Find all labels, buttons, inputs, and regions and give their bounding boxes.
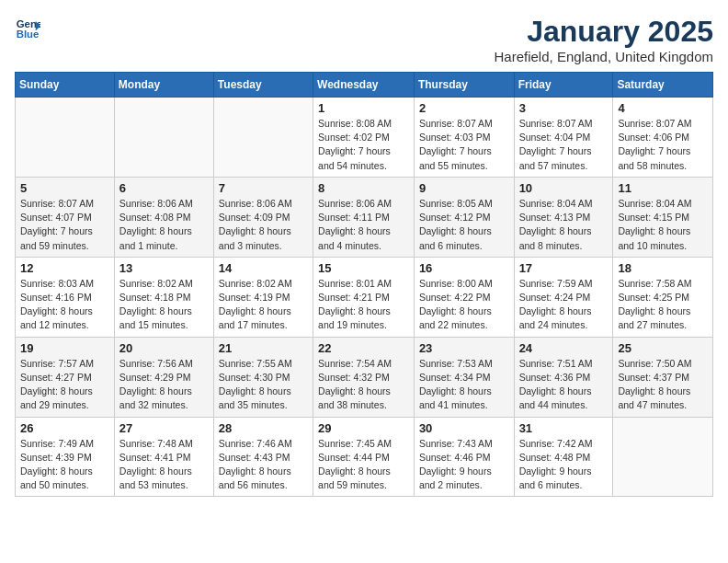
calendar-cell: 18Sunrise: 7:58 AM Sunset: 4:25 PM Dayli… bbox=[613, 257, 713, 337]
calendar-cell: 2Sunrise: 8:07 AM Sunset: 4:03 PM Daylig… bbox=[414, 98, 514, 178]
day-info: Sunrise: 8:05 AM Sunset: 4:12 PM Dayligh… bbox=[419, 197, 509, 253]
day-info: Sunrise: 8:08 AM Sunset: 4:02 PM Dayligh… bbox=[318, 117, 409, 173]
day-number: 5 bbox=[20, 181, 109, 195]
calendar-cell: 25Sunrise: 7:50 AM Sunset: 4:37 PM Dayli… bbox=[613, 337, 713, 417]
weekday-label: Wednesday bbox=[313, 73, 415, 98]
calendar-cell: 24Sunrise: 7:51 AM Sunset: 4:36 PM Dayli… bbox=[514, 337, 613, 417]
day-number: 17 bbox=[519, 261, 609, 275]
day-number: 10 bbox=[519, 181, 609, 195]
day-number: 19 bbox=[20, 341, 109, 355]
calendar-cell: 27Sunrise: 7:48 AM Sunset: 4:41 PM Dayli… bbox=[114, 417, 213, 497]
calendar-table: SundayMondayTuesdayWednesdayThursdayFrid… bbox=[15, 72, 713, 497]
day-number: 25 bbox=[618, 341, 708, 355]
calendar-cell: 12Sunrise: 8:03 AM Sunset: 4:16 PM Dayli… bbox=[16, 257, 115, 337]
calendar-cell: 4Sunrise: 8:07 AM Sunset: 4:06 PM Daylig… bbox=[613, 98, 713, 178]
weekday-label: Thursday bbox=[414, 73, 514, 98]
page-header: General Blue January 2025 Harefield, Eng… bbox=[15, 15, 713, 64]
weekday-header-row: SundayMondayTuesdayWednesdayThursdayFrid… bbox=[16, 73, 713, 98]
calendar-cell bbox=[114, 98, 213, 178]
calendar-week-row: 19Sunrise: 7:57 AM Sunset: 4:27 PM Dayli… bbox=[16, 337, 713, 417]
weekday-label: Sunday bbox=[16, 73, 115, 98]
day-info: Sunrise: 7:46 AM Sunset: 4:43 PM Dayligh… bbox=[219, 437, 308, 493]
calendar-cell: 8Sunrise: 8:06 AM Sunset: 4:11 PM Daylig… bbox=[313, 177, 415, 257]
day-info: Sunrise: 7:42 AM Sunset: 4:48 PM Dayligh… bbox=[519, 437, 609, 493]
calendar-week-row: 26Sunrise: 7:49 AM Sunset: 4:39 PM Dayli… bbox=[16, 417, 713, 497]
day-number: 7 bbox=[219, 181, 308, 195]
day-number: 9 bbox=[419, 181, 509, 195]
calendar-cell: 1Sunrise: 8:08 AM Sunset: 4:02 PM Daylig… bbox=[313, 98, 415, 178]
calendar-cell: 14Sunrise: 8:02 AM Sunset: 4:19 PM Dayli… bbox=[213, 257, 313, 337]
calendar-cell: 10Sunrise: 8:04 AM Sunset: 4:13 PM Dayli… bbox=[514, 177, 613, 257]
title-area: January 2025 Harefield, England, United … bbox=[495, 15, 713, 64]
day-number: 29 bbox=[318, 421, 409, 435]
day-number: 8 bbox=[318, 181, 409, 195]
day-info: Sunrise: 8:06 AM Sunset: 4:09 PM Dayligh… bbox=[219, 197, 308, 253]
day-number: 23 bbox=[419, 341, 509, 355]
calendar-week-row: 12Sunrise: 8:03 AM Sunset: 4:16 PM Dayli… bbox=[16, 257, 713, 337]
day-number: 31 bbox=[519, 421, 609, 435]
day-number: 21 bbox=[219, 341, 308, 355]
day-info: Sunrise: 8:04 AM Sunset: 4:13 PM Dayligh… bbox=[519, 197, 609, 253]
day-info: Sunrise: 7:58 AM Sunset: 4:25 PM Dayligh… bbox=[618, 277, 708, 333]
day-info: Sunrise: 7:48 AM Sunset: 4:41 PM Dayligh… bbox=[119, 437, 209, 493]
day-info: Sunrise: 8:07 AM Sunset: 4:03 PM Dayligh… bbox=[419, 117, 509, 173]
day-info: Sunrise: 7:59 AM Sunset: 4:24 PM Dayligh… bbox=[519, 277, 609, 333]
location: Harefield, England, United Kingdom bbox=[495, 49, 713, 64]
logo: General Blue bbox=[15, 15, 40, 40]
calendar-cell: 5Sunrise: 8:07 AM Sunset: 4:07 PM Daylig… bbox=[16, 177, 115, 257]
calendar-cell: 22Sunrise: 7:54 AM Sunset: 4:32 PM Dayli… bbox=[313, 337, 415, 417]
day-number: 11 bbox=[618, 181, 708, 195]
day-number: 14 bbox=[219, 261, 308, 275]
day-number: 12 bbox=[20, 261, 109, 275]
day-number: 3 bbox=[519, 101, 609, 115]
weekday-label: Saturday bbox=[613, 73, 713, 98]
month-title: January 2025 bbox=[495, 15, 713, 49]
calendar-cell: 21Sunrise: 7:55 AM Sunset: 4:30 PM Dayli… bbox=[213, 337, 313, 417]
day-info: Sunrise: 7:57 AM Sunset: 4:27 PM Dayligh… bbox=[20, 357, 109, 413]
weekday-label: Monday bbox=[114, 73, 213, 98]
day-number: 30 bbox=[419, 421, 509, 435]
calendar-cell: 31Sunrise: 7:42 AM Sunset: 4:48 PM Dayli… bbox=[514, 417, 613, 497]
day-number: 18 bbox=[618, 261, 708, 275]
calendar-cell bbox=[213, 98, 313, 178]
day-info: Sunrise: 7:53 AM Sunset: 4:34 PM Dayligh… bbox=[419, 357, 509, 413]
calendar-week-row: 1Sunrise: 8:08 AM Sunset: 4:02 PM Daylig… bbox=[16, 98, 713, 178]
day-info: Sunrise: 7:56 AM Sunset: 4:29 PM Dayligh… bbox=[119, 357, 209, 413]
day-info: Sunrise: 8:03 AM Sunset: 4:16 PM Dayligh… bbox=[20, 277, 109, 333]
calendar-week-row: 5Sunrise: 8:07 AM Sunset: 4:07 PM Daylig… bbox=[16, 177, 713, 257]
day-info: Sunrise: 8:06 AM Sunset: 4:08 PM Dayligh… bbox=[119, 197, 209, 253]
day-info: Sunrise: 8:01 AM Sunset: 4:21 PM Dayligh… bbox=[318, 277, 409, 333]
day-info: Sunrise: 7:43 AM Sunset: 4:46 PM Dayligh… bbox=[419, 437, 509, 493]
day-number: 22 bbox=[318, 341, 409, 355]
calendar-cell: 13Sunrise: 8:02 AM Sunset: 4:18 PM Dayli… bbox=[114, 257, 213, 337]
calendar-cell: 16Sunrise: 8:00 AM Sunset: 4:22 PM Dayli… bbox=[414, 257, 514, 337]
day-info: Sunrise: 8:07 AM Sunset: 4:07 PM Dayligh… bbox=[20, 197, 109, 253]
day-number: 13 bbox=[119, 261, 209, 275]
calendar-cell: 29Sunrise: 7:45 AM Sunset: 4:44 PM Dayli… bbox=[313, 417, 415, 497]
day-info: Sunrise: 8:06 AM Sunset: 4:11 PM Dayligh… bbox=[318, 197, 409, 253]
day-info: Sunrise: 7:55 AM Sunset: 4:30 PM Dayligh… bbox=[219, 357, 308, 413]
day-number: 27 bbox=[119, 421, 209, 435]
day-info: Sunrise: 8:07 AM Sunset: 4:04 PM Dayligh… bbox=[519, 117, 609, 173]
day-number: 6 bbox=[119, 181, 209, 195]
day-info: Sunrise: 8:07 AM Sunset: 4:06 PM Dayligh… bbox=[618, 117, 708, 173]
weekday-label: Friday bbox=[514, 73, 613, 98]
calendar-cell: 28Sunrise: 7:46 AM Sunset: 4:43 PM Dayli… bbox=[213, 417, 313, 497]
svg-text:Blue: Blue bbox=[17, 29, 40, 40]
day-number: 20 bbox=[119, 341, 209, 355]
calendar-cell: 23Sunrise: 7:53 AM Sunset: 4:34 PM Dayli… bbox=[414, 337, 514, 417]
day-number: 24 bbox=[519, 341, 609, 355]
calendar-cell bbox=[613, 417, 713, 497]
day-number: 16 bbox=[419, 261, 509, 275]
day-number: 28 bbox=[219, 421, 308, 435]
calendar-cell: 6Sunrise: 8:06 AM Sunset: 4:08 PM Daylig… bbox=[114, 177, 213, 257]
day-number: 26 bbox=[20, 421, 109, 435]
day-info: Sunrise: 7:51 AM Sunset: 4:36 PM Dayligh… bbox=[519, 357, 609, 413]
day-info: Sunrise: 8:02 AM Sunset: 4:18 PM Dayligh… bbox=[119, 277, 209, 333]
calendar-cell bbox=[16, 98, 115, 178]
day-number: 2 bbox=[419, 101, 509, 115]
logo-icon: General Blue bbox=[15, 15, 40, 40]
day-number: 4 bbox=[618, 101, 708, 115]
day-number: 15 bbox=[318, 261, 409, 275]
calendar-cell: 17Sunrise: 7:59 AM Sunset: 4:24 PM Dayli… bbox=[514, 257, 613, 337]
